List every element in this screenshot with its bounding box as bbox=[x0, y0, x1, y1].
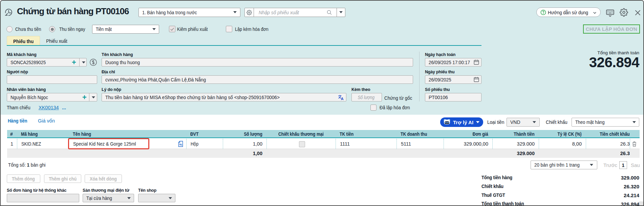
svg-text:A: A bbox=[341, 97, 344, 100]
svg-text:%: % bbox=[179, 143, 182, 146]
